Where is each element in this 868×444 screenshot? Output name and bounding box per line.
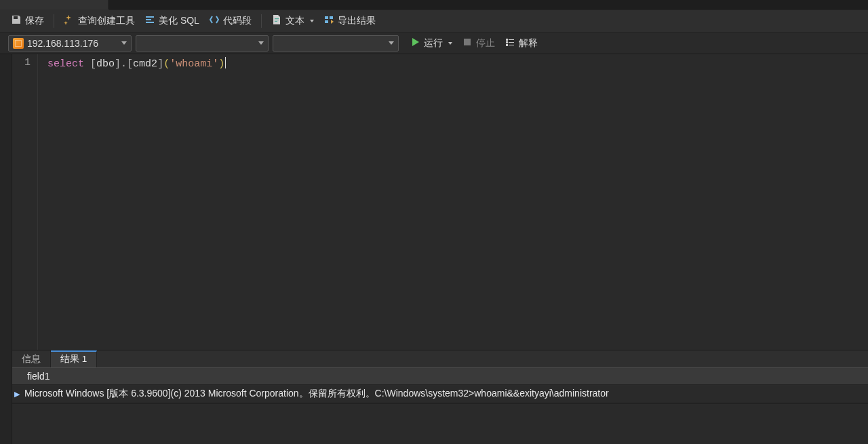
- beautify-sql-label: 美化 SQL: [159, 15, 199, 27]
- database-dropdown[interactable]: [136, 35, 269, 52]
- keyword-select: select: [47, 58, 84, 70]
- result-tab-bar: 信息 结果 1: [12, 350, 868, 367]
- column-header-label: field1: [27, 371, 50, 382]
- tab-result-1[interactable]: 结果 1: [51, 350, 97, 367]
- text-view-label: 文本: [285, 15, 304, 27]
- cell-field1: Microsoft Windows [版本 6.3.9600](c) 2013 …: [22, 385, 868, 403]
- run-label: 运行: [424, 37, 443, 49]
- save-label: 保存: [25, 15, 44, 27]
- stop-icon: [462, 37, 473, 49]
- server-icon: [13, 38, 24, 49]
- tab-result-1-label: 结果 1: [60, 353, 87, 365]
- stop-label: 停止: [476, 37, 495, 49]
- export-icon: [323, 14, 334, 27]
- schema-dropdown[interactable]: [273, 35, 399, 52]
- explain-button[interactable]: 解释: [502, 35, 540, 52]
- current-row-marker: ▶: [12, 390, 22, 399]
- ident-dbo: dbo: [96, 58, 115, 70]
- workbench: 1 select [dbo].[cmd2]('whoami') 信息 结果 1 …: [0, 54, 868, 444]
- line-number: 1: [12, 57, 31, 68]
- active-file-tab[interactable]: [0, 0, 109, 9]
- chevron-down-icon: [389, 41, 394, 45]
- column-header[interactable]: field1: [12, 367, 868, 385]
- chevron-down-icon: [310, 20, 314, 22]
- bracket: ]: [157, 58, 163, 70]
- query-builder-button[interactable]: 查询创建工具: [61, 12, 138, 29]
- chevron-down-icon: [121, 41, 127, 45]
- chevron-down-icon: [258, 41, 264, 45]
- separator: [54, 14, 54, 28]
- text-icon: [271, 14, 282, 27]
- file-tab-strip: [0, 0, 868, 9]
- paren: ): [218, 58, 224, 70]
- result-grid[interactable]: field1 ▶ Microsoft Windows [版本 6.3.9600]…: [12, 367, 868, 403]
- code-snippet-label: 代码段: [223, 15, 252, 27]
- tab-info[interactable]: 信息: [12, 350, 51, 367]
- export-results-button[interactable]: 导出结果: [321, 12, 378, 29]
- save-button[interactable]: 保存: [8, 12, 47, 29]
- bracket: [: [90, 58, 96, 70]
- separator: [261, 14, 262, 28]
- text-cursor: [225, 57, 226, 68]
- run-button[interactable]: 运行: [407, 35, 455, 52]
- play-icon: [410, 37, 420, 49]
- bracket: [: [127, 58, 133, 70]
- paren: (: [163, 58, 170, 70]
- sql-editor[interactable]: 1 select [dbo].[cmd2]('whoami'): [12, 54, 868, 350]
- main-toolbar: 保存 查询创建工具 美化 SQL 代码段 文本 导出结果: [0, 9, 868, 33]
- code-snippet-button[interactable]: 代码段: [206, 12, 254, 29]
- stop-button[interactable]: 停止: [459, 35, 498, 52]
- beautify-sql-button[interactable]: 美化 SQL: [142, 12, 202, 29]
- string-literal: 'whoami': [170, 58, 218, 70]
- line-gutter: 1: [12, 54, 38, 350]
- server-dropdown[interactable]: 192.168.113.176: [8, 35, 132, 52]
- explain-label: 解释: [519, 37, 538, 49]
- connection-run-bar: 192.168.113.176 运行 停止 解释: [0, 33, 868, 54]
- export-results-label: 导出结果: [338, 15, 376, 27]
- code-snippet-icon: [209, 14, 220, 27]
- table-row[interactable]: ▶ Microsoft Windows [版本 6.3.9600](c) 201…: [12, 385, 868, 403]
- server-label: 192.168.113.176: [27, 38, 98, 49]
- explain-icon: [505, 37, 515, 49]
- bracket: ]: [115, 58, 121, 70]
- query-builder-icon: [64, 14, 75, 27]
- dot: .: [121, 58, 127, 70]
- left-sidebar-stub: [0, 54, 12, 444]
- code-area[interactable]: select [dbo].[cmd2]('whoami'): [38, 54, 868, 350]
- ident-cmd: cmd2: [133, 58, 157, 70]
- tab-info-label: 信息: [22, 353, 41, 365]
- center-pane: 1 select [dbo].[cmd2]('whoami') 信息 结果 1 …: [12, 54, 868, 444]
- svg-rect-0: [464, 39, 471, 45]
- query-builder-label: 查询创建工具: [78, 15, 135, 27]
- result-empty-area: [12, 403, 868, 444]
- beautify-sql-icon: [144, 14, 155, 27]
- save-icon: [11, 14, 22, 27]
- chevron-down-icon: [448, 42, 452, 45]
- text-view-button[interactable]: 文本: [269, 12, 317, 29]
